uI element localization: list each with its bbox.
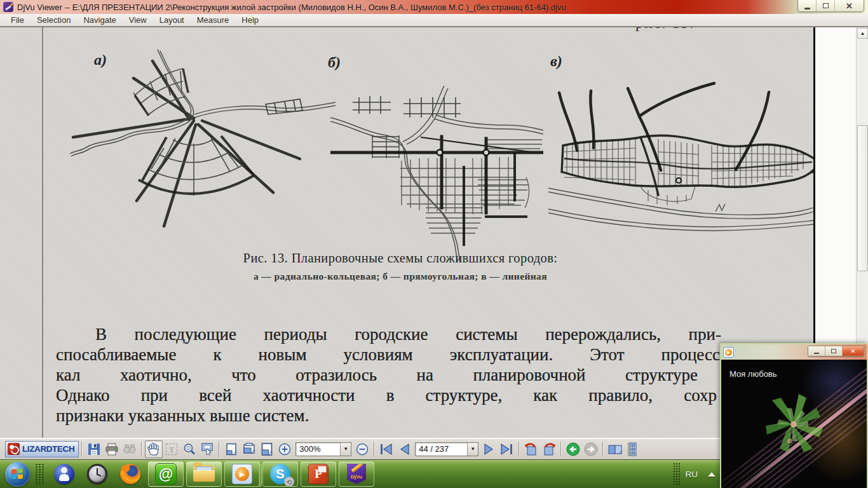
tray-grip [673,463,681,485]
page-combobox[interactable]: 44 / 237 ▼ [415,442,478,456]
first-page-icon [378,442,395,457]
language-indicator[interactable]: RU [686,470,698,479]
taskbar-button-media-player[interactable]: ▶ [224,461,260,487]
paragraph-line: В последующие периоды городские системы … [95,325,721,344]
close-button[interactable]: ✕ [835,0,864,11]
taskbar-button-explorer[interactable] [186,461,222,487]
back-icon [566,442,581,457]
text-select-tool-button[interactable]: T [163,440,180,458]
last-page-button[interactable] [498,440,516,458]
start-orb-icon [11,468,23,479]
next-page-icon [482,442,497,457]
player-title-bar[interactable]: ▶ ✕ [721,344,867,360]
taskbar-item-clock-app[interactable] [85,461,110,487]
taskbar-button-djvu[interactable]: DjVu [339,461,374,487]
menu-help[interactable]: Help [236,14,264,26]
forward-button[interactable] [582,440,600,458]
mailru-agent-icon: @ [155,463,177,485]
thumbnails-panel-icon [627,442,639,457]
text-select-icon: T [164,442,179,457]
menu-measure[interactable]: Measure [191,14,235,26]
save-button[interactable] [85,440,103,458]
rotate-right-button[interactable] [540,440,558,458]
menu-layout[interactable]: Layout [154,14,190,26]
close-icon: ✕ [850,348,855,355]
menu-selection[interactable]: Selection [31,14,76,26]
figure-subcaption: а — радиально-кольцевая; б — прямоугольн… [51,271,750,282]
skype-icon: S⟲ [270,464,290,484]
pan-tool-button[interactable] [145,440,163,458]
figure-label-v: в) [550,53,562,70]
media-player-icon: ▶ [232,464,252,484]
player-minimize-button[interactable] [808,346,825,356]
fit-visible-button[interactable] [258,440,276,458]
zoom-out-button[interactable] [353,440,371,458]
prev-page-button[interactable] [395,440,413,458]
menu-navigate[interactable]: Navigate [78,14,121,26]
last-page-icon [499,442,515,457]
caption-buttons: ✕ [797,0,864,12]
taskbar-item-firefox[interactable] [118,461,143,487]
print-icon [104,442,119,457]
page-value: 44 / 237 [416,444,467,454]
player-visualization: Моя любовь [721,360,867,488]
player-restore-button[interactable] [825,346,843,356]
taskbar-button-powerpoint[interactable]: P [301,461,336,487]
dropdown-arrow-icon[interactable]: ▼ [467,443,478,456]
restore-button[interactable] [817,0,835,11]
paragraph-line: признаки указанных выше систем. [56,406,412,426]
up-arrow-icon: ▲ [860,30,865,36]
player-caption-buttons: ✕ [808,346,864,356]
wmp-app-icon: ▶ [723,347,734,358]
zoom-tool-button[interactable] [180,440,198,458]
two-page-view-icon [607,442,623,457]
dropdown-arrow-icon[interactable]: ▼ [340,443,351,456]
player-close-button[interactable]: ✕ [843,346,864,356]
zoom-combobox[interactable]: 300% ▼ [295,442,351,456]
start-button[interactable] [5,462,30,487]
find-button[interactable] [121,440,139,458]
menu-file[interactable]: File [5,14,30,26]
djvu-icon: DjVu [347,464,366,484]
thumbnails-panel-button[interactable] [624,440,642,458]
minimize-button[interactable] [798,0,817,11]
zoom-in-button[interactable] [276,440,294,458]
scroll-up-button[interactable]: ▲ [857,28,868,39]
firefox-icon [120,464,140,484]
minimize-icon [814,353,819,355]
taskbar-item-user-app[interactable] [51,461,77,487]
diagram-linear [545,77,825,236]
media-player-window[interactable]: ▶ ✕ Моя любовь [720,343,868,488]
taskbar-button-skype[interactable]: S⟲ [262,461,298,487]
desktop: DjVu Viewer -- E:\ДЛЯ ПРЕЗЕНТАЦИИ 2\Реко… [0,0,868,488]
first-page-button[interactable] [377,440,395,458]
next-page-button[interactable] [480,440,498,458]
save-icon [86,442,102,457]
rotate-left-button[interactable] [522,440,540,458]
back-button[interactable] [564,440,582,458]
two-page-view-button[interactable] [606,440,624,458]
powerpoint-icon: P [308,464,329,484]
zoom-out-icon [355,442,369,456]
zoom-value: 300% [296,444,340,454]
explorer-folder-icon [193,465,215,483]
taskbar-button-mailru-agent[interactable]: @ [148,461,184,487]
zoom-area-tool-button[interactable] [198,440,216,458]
paragraph-line: спосабливаемые к новым условиям эксплуат… [56,345,720,365]
lizardtech-logo[interactable]: LIZARDTECH [5,441,79,458]
rotate-left-icon [523,442,539,457]
fit-width-icon [241,442,257,457]
menu-bar: File Selection Navigate View Layout Meas… [0,14,868,27]
menu-view[interactable]: View [123,14,153,26]
hidden-icons-arrow[interactable] [708,472,715,477]
skype-status-badge: ⟲ [284,477,294,487]
fit-page-button[interactable] [222,440,240,458]
pan-hand-icon [146,442,161,457]
fit-width-button[interactable] [240,440,258,458]
fit-page-icon [224,442,239,457]
window-title: DjVu Viewer -- E:\ДЛЯ ПРЕЗЕНТАЦИИ 2\Реко… [17,3,566,12]
restore-icon [823,3,829,8]
scrollbar-thumb[interactable] [857,125,868,271]
close-icon: ✕ [846,2,853,10]
print-button[interactable] [103,440,121,458]
